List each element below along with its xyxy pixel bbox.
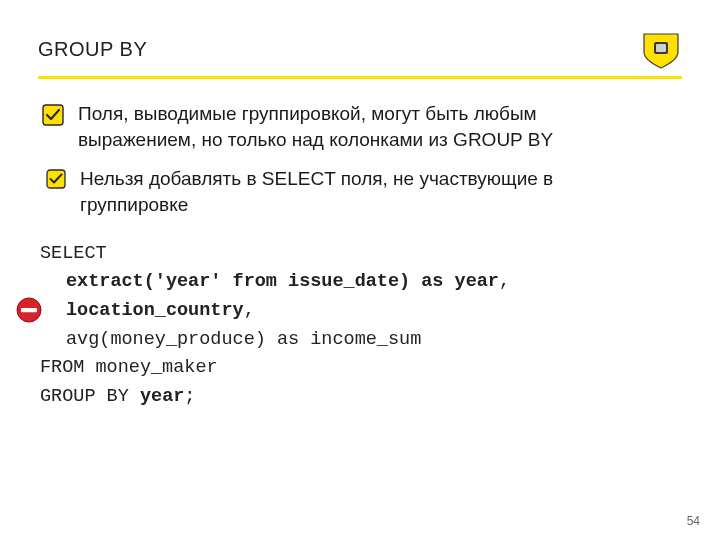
code-line: extract('year' from issue_date) as year, — [40, 268, 682, 297]
page-number: 54 — [687, 514, 700, 528]
bullet-text: Поля, выводимые группировкой, могут быть… — [78, 101, 628, 152]
code-error-line: location_country, — [40, 297, 682, 326]
code-line: SELECT — [40, 240, 682, 269]
sql-code-block: SELECT extract('year' from issue_date) a… — [38, 240, 682, 412]
svg-rect-1 — [656, 44, 666, 52]
check-icon — [46, 169, 66, 189]
bullet-item-2: Нельзя добавлять в SELECT поля, не участ… — [38, 166, 682, 217]
tinkoff-logo-icon — [640, 28, 682, 70]
code-line: FROM money_maker — [40, 354, 682, 383]
bullet-item-1: Поля, выводимые группировкой, могут быть… — [38, 101, 682, 152]
slide-title: GROUP BY — [38, 38, 147, 61]
code-line: avg(money_produce) as income_sum — [40, 326, 682, 355]
header-divider — [38, 76, 682, 79]
no-entry-icon — [16, 297, 42, 323]
code-line: GROUP BY year; — [40, 383, 682, 412]
check-icon — [42, 104, 64, 126]
bullet-text: Нельзя добавлять в SELECT поля, не участ… — [80, 166, 630, 217]
slide-header: GROUP BY — [38, 28, 682, 70]
svg-rect-5 — [21, 308, 37, 312]
